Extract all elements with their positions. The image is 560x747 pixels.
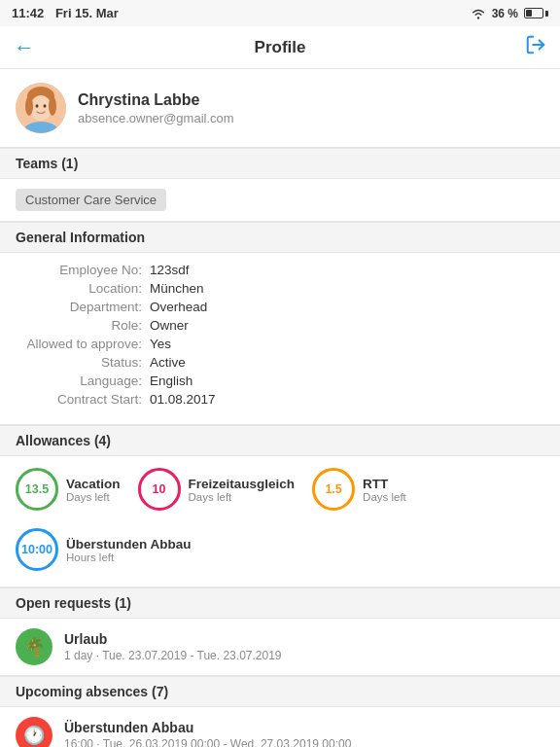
- allowance-text: Überstunden Abbau Hours left: [66, 537, 192, 563]
- wifi-icon: [471, 8, 486, 19]
- list-icon: 🌴: [16, 628, 52, 665]
- profile-name: Chrystina Labbe: [78, 91, 234, 109]
- info-value: Owner: [150, 318, 189, 333]
- info-row: Department:Overhead: [16, 300, 544, 314]
- allowance-item: 13.5 Vacation Days left: [16, 468, 121, 511]
- info-value: München: [150, 281, 204, 296]
- svg-point-8: [44, 104, 47, 108]
- status-bar: 11:42 Fri 15. Mar 36 %: [0, 0, 560, 26]
- allowances-heading: Allowances (4): [0, 425, 560, 456]
- status-time: 11:42: [12, 6, 44, 20]
- allowance-sub: Hours left: [66, 551, 192, 563]
- list-icon: 🕐: [16, 717, 52, 747]
- status-date: Fri 15. Mar: [55, 6, 119, 20]
- allowance-title: Freizeitausgleich: [189, 477, 296, 491]
- list-item-content: Überstunden Abbau 16:00 · Tue. 26.03.201…: [64, 720, 351, 747]
- allowances-section: 13.5 Vacation Days left 10 Freizeitausgl…: [0, 456, 560, 587]
- info-row: Allowed to approve:Yes: [16, 337, 544, 351]
- info-label: Employee No:: [16, 263, 142, 277]
- profile-email: absence.owner@gmail.com: [78, 111, 234, 125]
- upcoming-absences-section: 🕐 Überstunden Abbau 16:00 · Tue. 26.03.2…: [0, 707, 560, 747]
- info-label: Allowed to approve:: [16, 337, 142, 351]
- allowance-text: RTT Days left: [363, 477, 406, 503]
- allowance-text: Freizeitausgleich Days left: [189, 477, 296, 503]
- list-item-sub: 1 day · Tue. 23.07.2019 - Tue. 23.07.201…: [64, 649, 282, 662]
- list-item[interactable]: 🌴 Urlaub 1 day · Tue. 23.07.2019 - Tue. …: [0, 619, 560, 675]
- info-row: Language:English: [16, 374, 544, 388]
- teams-section: Customer Care Service: [0, 179, 560, 222]
- allowance-sub: Days left: [66, 491, 121, 503]
- allowance-text: Vacation Days left: [66, 477, 121, 503]
- profile-info: Chrystina Labbe absence.owner@gmail.com: [78, 91, 234, 125]
- profile-header: Chrystina Labbe absence.owner@gmail.com: [0, 69, 560, 148]
- allowance-sub: Days left: [363, 491, 406, 503]
- info-value: Overhead: [150, 300, 207, 314]
- info-row: Contract Start:01.08.2017: [16, 392, 544, 407]
- allowance-circle: 10: [138, 468, 181, 511]
- svg-point-4: [30, 95, 52, 121]
- info-value: Active: [150, 355, 186, 370]
- team-badge: Customer Care Service: [16, 189, 166, 211]
- info-label: Department:: [16, 300, 142, 314]
- logout-button[interactable]: [525, 34, 546, 60]
- allowance-item: 1.5 RTT Days left: [312, 468, 406, 511]
- info-label: Contract Start:: [16, 392, 142, 407]
- allowance-circle: 1.5: [312, 468, 355, 511]
- general-info-section: Employee No:123sdfLocation:MünchenDepart…: [0, 253, 560, 425]
- info-row: Role:Owner: [16, 318, 544, 333]
- svg-point-7: [36, 104, 39, 108]
- info-label: Role:: [16, 318, 142, 333]
- info-label: Language:: [16, 374, 142, 388]
- battery-level: 36 %: [492, 7, 518, 20]
- teams-heading: Teams (1): [0, 148, 560, 179]
- avatar: [16, 83, 66, 133]
- nav-title: Profile: [255, 38, 306, 57]
- list-item-content: Urlaub 1 day · Tue. 23.07.2019 - Tue. 23…: [64, 631, 282, 662]
- info-value: Yes: [150, 337, 171, 351]
- allowance-title: Vacation: [66, 477, 121, 491]
- open-requests-heading: Open requests (1): [0, 587, 560, 619]
- allowance-title: RTT: [363, 477, 406, 491]
- svg-point-6: [49, 96, 56, 116]
- status-time-date: 11:42 Fri 15. Mar: [12, 6, 119, 20]
- back-button[interactable]: ←: [14, 35, 35, 60]
- list-item-title: Urlaub: [64, 631, 282, 647]
- upcoming-absences-heading: Upcoming absences (7): [0, 676, 560, 707]
- info-value: English: [150, 374, 192, 388]
- open-requests-section: 🌴 Urlaub 1 day · Tue. 23.07.2019 - Tue. …: [0, 619, 560, 676]
- info-value: 01.08.2017: [150, 392, 216, 407]
- list-item[interactable]: 🕐 Überstunden Abbau 16:00 · Tue. 26.03.2…: [0, 707, 560, 747]
- allowance-circle: 13.5: [16, 468, 58, 511]
- info-value: 123sdf: [150, 263, 190, 277]
- allowance-item: 10:00 Überstunden Abbau Hours left: [16, 528, 192, 571]
- info-row: Status:Active: [16, 355, 544, 370]
- allowance-item: 10 Freizeitausgleich Days left: [138, 468, 296, 511]
- info-label: Location:: [16, 281, 142, 296]
- status-indicators: 36 %: [471, 7, 548, 20]
- battery-icon: [524, 8, 548, 18]
- allowance-title: Überstunden Abbau: [66, 537, 192, 551]
- info-label: Status:: [16, 355, 142, 370]
- list-item-sub: 16:00 · Tue. 26.03.2019 00:00 - Wed. 27.…: [64, 737, 351, 747]
- list-item-title: Überstunden Abbau: [64, 720, 351, 735]
- nav-bar: ← Profile: [0, 26, 560, 69]
- allowance-circle: 10:00: [16, 528, 58, 571]
- svg-point-5: [25, 96, 33, 116]
- allowance-sub: Days left: [189, 491, 296, 503]
- info-row: Location:München: [16, 281, 544, 296]
- general-info-heading: General Information: [0, 222, 560, 253]
- info-row: Employee No:123sdf: [16, 263, 544, 277]
